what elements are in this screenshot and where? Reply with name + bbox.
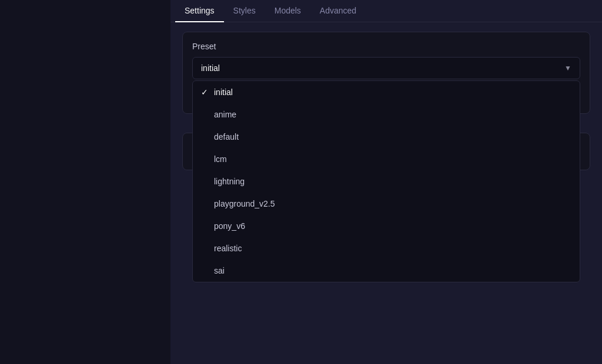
- chevron-down-icon: ▼: [564, 64, 571, 72]
- check-icon: ✓: [201, 87, 209, 97]
- main-content: Settings Styles Models Advanced Preset i…: [170, 0, 602, 364]
- dropdown-item-label: sai: [214, 266, 225, 275]
- dropdown-item-label: playground_v2.5: [214, 199, 275, 208]
- tab-settings[interactable]: Settings: [175, 0, 224, 22]
- sidebar: [0, 0, 170, 364]
- preset-label: Preset: [192, 42, 580, 51]
- dropdown-item-label: anime: [214, 110, 236, 119]
- preset-panel: Preset initial ▼ ✓ initial anime: [182, 32, 590, 114]
- preset-selected-value: initial: [201, 63, 220, 73]
- tab-styles[interactable]: Styles: [224, 0, 265, 22]
- dropdown-item-sai[interactable]: sai: [193, 259, 580, 282]
- dropdown-item-lightning[interactable]: lightning: [193, 170, 580, 193]
- dropdown-item-lcm[interactable]: lcm: [193, 148, 580, 170]
- dropdown-item-label: lcm: [214, 154, 227, 164]
- settings-panel: Preset initial ▼ ✓ initial anime: [170, 22, 602, 123]
- preset-select-container: initial ▼ ✓ initial anime default: [192, 57, 580, 79]
- dropdown-item-pony[interactable]: pony_v6: [193, 215, 580, 237]
- dropdown-item-label: default: [214, 132, 239, 141]
- dropdown-item-label: initial: [214, 87, 233, 97]
- dropdown-item-label: realistic: [214, 244, 242, 253]
- dropdown-item-realistic[interactable]: realistic: [193, 237, 580, 259]
- dropdown-item-default[interactable]: default: [193, 126, 580, 148]
- tab-advanced[interactable]: Advanced: [310, 0, 366, 22]
- tab-bar: Settings Styles Models Advanced: [170, 0, 602, 22]
- dropdown-item-playground[interactable]: playground_v2.5: [193, 193, 580, 215]
- dropdown-item-initial[interactable]: ✓ initial: [193, 81, 580, 103]
- tab-models[interactable]: Models: [265, 0, 310, 22]
- preset-select[interactable]: initial ▼: [192, 57, 580, 79]
- dropdown-item-label: lightning: [214, 177, 245, 186]
- preset-dropdown[interactable]: ✓ initial anime default lcm: [192, 80, 580, 282]
- dropdown-item-label: pony_v6: [214, 221, 245, 231]
- dropdown-item-anime[interactable]: anime: [193, 103, 580, 126]
